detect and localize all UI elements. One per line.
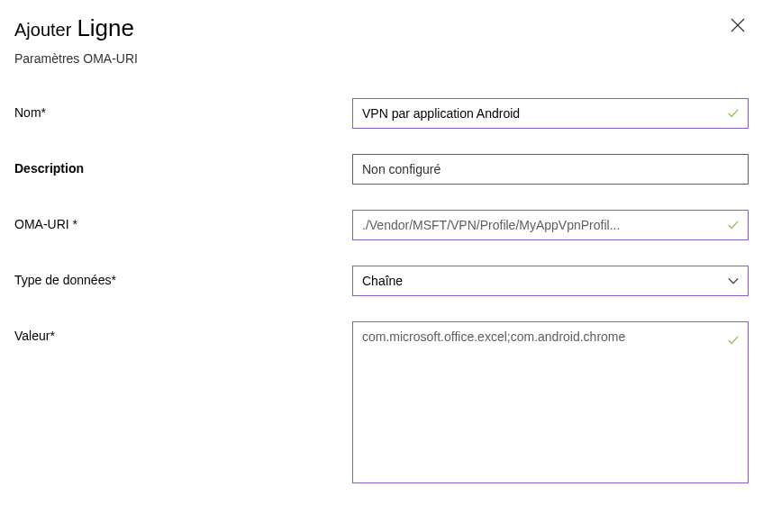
title-row: Ligne bbox=[77, 14, 134, 42]
description-input[interactable] bbox=[352, 154, 749, 185]
data-type-label: Type de données* bbox=[14, 266, 352, 287]
value-label: Valeur* bbox=[14, 321, 352, 343]
close-icon bbox=[731, 18, 745, 35]
panel-title: Ajouter Ligne bbox=[14, 14, 138, 42]
data-type-select[interactable]: Chaîne bbox=[352, 266, 749, 296]
name-input[interactable] bbox=[352, 98, 749, 129]
oma-uri-label: OMA-URI * bbox=[14, 210, 352, 231]
title-add: Ajouter bbox=[14, 20, 71, 41]
description-label: Description bbox=[14, 154, 352, 176]
close-button[interactable] bbox=[727, 14, 749, 39]
value-textarea[interactable] bbox=[352, 321, 749, 483]
form: Nom* Description OMA-URI * bbox=[14, 98, 749, 486]
data-type-value: Chaîne bbox=[362, 272, 717, 290]
panel-subtitle: Paramètres OMA-URI bbox=[14, 51, 138, 66]
name-label: Nom* bbox=[14, 98, 352, 120]
oma-uri-input[interactable] bbox=[352, 210, 749, 240]
title-block: Ajouter Ligne Paramètres OMA-URI bbox=[14, 14, 138, 66]
